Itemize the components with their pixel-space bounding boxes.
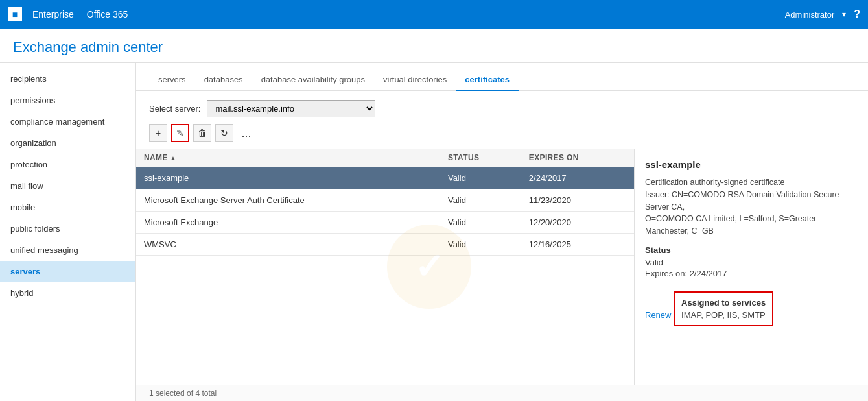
sidebar-item-protection[interactable]: protection	[0, 154, 135, 175]
refresh-button[interactable]: ↻	[215, 124, 233, 142]
detail-title: ssl-example	[645, 159, 858, 170]
help-icon[interactable]: ?	[854, 8, 860, 20]
more-button[interactable]: ...	[237, 124, 255, 142]
col-name[interactable]: NAME	[136, 149, 440, 167]
action-toolbar: + ✎ 🗑 ↻ ...	[149, 124, 855, 142]
cert-name: Microsoft Exchange	[136, 212, 440, 234]
page: Exchange admin center recipients permiss…	[0, 29, 868, 401]
tab-certificates[interactable]: certificates	[456, 69, 519, 91]
cert-status: Valid	[440, 212, 521, 234]
status-text: 1 selected of 4 total	[149, 389, 217, 398]
admin-dropdown-icon: ▾	[842, 10, 846, 19]
table-row[interactable]: Microsoft Exchange Server Auth Certifica…	[136, 189, 634, 212]
content-area: recipients permissions compliance manage…	[0, 63, 868, 401]
sidebar-item-mobile[interactable]: mobile	[0, 197, 135, 218]
cert-expires: 12/20/2020	[521, 212, 634, 234]
cert-status: Valid	[440, 234, 521, 256]
table-row[interactable]: Microsoft Exchange Valid 12/20/2020	[136, 212, 634, 234]
detail-expires: Expires on: 2/24/2017	[645, 269, 858, 278]
toolbar-area: Select server: mail.ssl-example.info + ✎…	[136, 91, 868, 149]
delete-button[interactable]: 🗑	[193, 124, 211, 142]
table-row[interactable]: WMSVC Valid 12/16/2025	[136, 234, 634, 256]
add-button[interactable]: +	[149, 124, 167, 142]
cert-expires: 2/24/2017	[521, 167, 634, 189]
detail-status-value: Valid	[645, 258, 858, 267]
admin-name[interactable]: Administrator	[785, 10, 835, 19]
col-expires: EXPIRES ON	[521, 149, 634, 167]
sidebar-item-permissions[interactable]: permissions	[0, 90, 135, 111]
top-nav: Enterprise Office 365	[32, 9, 128, 19]
cert-expires: 12/16/2025	[521, 234, 634, 256]
table-area: NAME STATUS EXPIRES ON ssl-example Valid…	[136, 149, 635, 385]
cert-name: Microsoft Exchange Server Auth Certifica…	[136, 189, 440, 212]
sidebar: recipients permissions compliance manage…	[0, 63, 136, 401]
assigned-box: Assigned to services IMAP, POP, IIS, SMT…	[674, 291, 773, 326]
tab-dag[interactable]: database availability groups	[252, 69, 374, 91]
top-bar: ■ Enterprise Office 365 Administrator ▾ …	[0, 0, 868, 29]
split-panel: ✓ NAME STATUS EXPIRES ON	[136, 149, 868, 385]
tabs: servers databases database availability …	[136, 63, 868, 91]
sidebar-item-compliance[interactable]: compliance management	[0, 111, 135, 132]
sidebar-item-publicfolders[interactable]: public folders	[0, 218, 135, 239]
main-content: servers databases database availability …	[136, 63, 868, 401]
detail-description: Certification authority-signed certifica…	[645, 176, 858, 237]
sidebar-item-mailflow[interactable]: mail flow	[0, 175, 135, 197]
sidebar-item-recipients[interactable]: recipients	[0, 68, 135, 90]
assigned-label: Assigned to services	[681, 298, 766, 308]
tab-servers[interactable]: servers	[149, 69, 195, 91]
top-bar-right: Administrator ▾ ?	[785, 8, 860, 20]
cert-status: Valid	[440, 167, 521, 189]
sidebar-item-servers[interactable]: servers	[0, 261, 135, 282]
renew-link[interactable]: Renew	[645, 310, 671, 320]
table-row[interactable]: ssl-example Valid 2/24/2017	[136, 167, 634, 189]
cert-expires: 11/23/2020	[521, 189, 634, 212]
col-status: STATUS	[440, 149, 521, 167]
top-bar-left: ■ Enterprise Office 365	[8, 7, 128, 21]
tab-virtualdirs[interactable]: virtual directories	[374, 69, 456, 91]
sidebar-item-unifiedmessaging[interactable]: unified messaging	[0, 239, 135, 261]
server-label: Select server:	[149, 104, 200, 114]
sidebar-item-organization[interactable]: organization	[0, 132, 135, 154]
cert-name: WMSVC	[136, 234, 440, 256]
status-bar: 1 selected of 4 total	[136, 385, 868, 401]
server-selector: Select server: mail.ssl-example.info	[149, 100, 855, 117]
page-title: Exchange admin center	[0, 29, 868, 63]
nav-enterprise[interactable]: Enterprise	[32, 9, 74, 19]
cert-status: Valid	[440, 189, 521, 212]
edit-button[interactable]: ✎	[171, 124, 189, 142]
nav-office365[interactable]: Office 365	[87, 9, 128, 19]
sidebar-item-hybrid[interactable]: hybrid	[0, 282, 135, 304]
tab-databases[interactable]: databases	[195, 69, 252, 91]
detail-panel: ssl-example Certification authority-sign…	[635, 149, 868, 385]
assigned-value: IMAP, POP, IIS, SMTP	[681, 310, 766, 320]
detail-status-label: Status	[645, 245, 858, 255]
cert-name: ssl-example	[136, 167, 440, 189]
server-select[interactable]: mail.ssl-example.info	[207, 100, 375, 117]
certificates-table: NAME STATUS EXPIRES ON ssl-example Valid…	[136, 149, 634, 256]
office-logo: ■	[8, 7, 22, 21]
